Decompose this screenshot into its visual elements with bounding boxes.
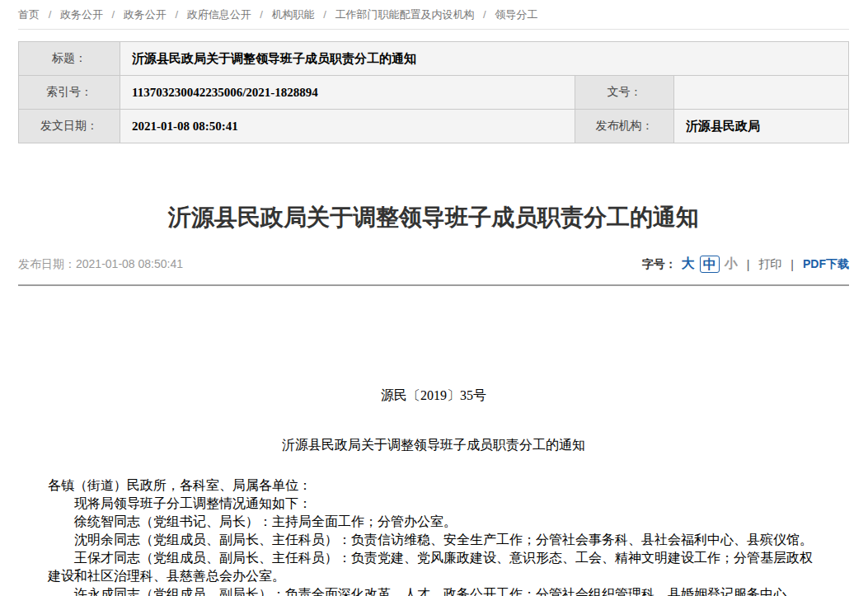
- breadcrumb-separator: /: [49, 8, 52, 21]
- meta-index-label: 索引号：: [19, 76, 120, 110]
- breadcrumb-separator: /: [483, 8, 486, 21]
- breadcrumb: 首页 / 政务公开 / 政务公开 / 政府信息公开 / 机构职能 / 工作部门职…: [18, 0, 849, 30]
- font-size-label: 字号：: [642, 257, 677, 272]
- article-info-bar: 发布日期：2021-01-08 08:50:41 字号： 大 中 小 | 打印 …: [18, 256, 849, 286]
- meta-org-value: 沂源县民政局: [673, 110, 848, 143]
- meta-title-value: 沂源县民政局关于调整领导班子成员职责分工的通知: [120, 42, 849, 76]
- breadcrumb-separator: /: [323, 8, 326, 21]
- meta-docno-label: 文号：: [575, 76, 673, 110]
- tools-divider: |: [791, 258, 794, 271]
- publish-date-value: 2021-01-08 08:50:41: [76, 257, 183, 270]
- breadcrumb-item-dept-config[interactable]: 工作部门职能配置及内设机构: [335, 8, 474, 21]
- pdf-download-button[interactable]: PDF下载: [803, 257, 849, 272]
- page-title: 沂源县民政局关于调整领导班子成员职责分工的通知: [18, 201, 849, 234]
- meta-docno-value: [673, 76, 848, 110]
- meta-title-label: 标题：: [19, 42, 120, 76]
- document-meta-table: 标题： 沂源县民政局关于调整领导班子成员职责分工的通知 索引号： 1137032…: [18, 41, 849, 143]
- publish-date: 发布日期：2021-01-08 08:50:41: [18, 257, 183, 272]
- breadcrumb-item-zhengwu-2[interactable]: 政务公开: [124, 8, 167, 21]
- meta-row-index: 索引号： 113703230042235006/2021-1828894 文号：: [19, 76, 849, 110]
- print-button[interactable]: 打印: [758, 257, 781, 272]
- breadcrumb-separator: /: [175, 8, 178, 21]
- tools-divider: |: [747, 258, 750, 271]
- breadcrumb-item-gov-info[interactable]: 政府信息公开: [187, 8, 251, 21]
- document-paragraph: 沈明余同志（党组成员、副局长、主任科员）：负责信访维稳、安全生产工作；分管社会事…: [48, 531, 819, 549]
- document-number: 源民〔2019〕35号: [48, 387, 819, 405]
- document-paragraph: 许永成同志（党组成员、副局长）：负责全面深化改革、人才、政务公开工作；分管社会组…: [48, 585, 819, 596]
- document-paragraph: 各镇（街道）民政所，各科室、局属各单位：: [48, 476, 819, 495]
- document-inner-title: 沂源县民政局关于调整领导班子成员职责分工的通知: [48, 436, 819, 454]
- document-body: 各镇（街道）民政所，各科室、局属各单位： 现将局领导班子分工调整情况通知如下： …: [48, 476, 819, 596]
- breadcrumb-item-functions[interactable]: 机构职能: [272, 8, 315, 21]
- article-tools: 字号： 大 中 小 | 打印 | PDF下载: [642, 256, 849, 273]
- document-paragraph: 王保才同志（党组成员、副局长、主任科员）：负责党建、党风廉政建设、意识形态、工会…: [48, 549, 819, 585]
- breadcrumb-item-home[interactable]: 首页: [18, 8, 40, 21]
- page-container: 首页 / 政务公开 / 政务公开 / 政府信息公开 / 机构职能 / 工作部门职…: [0, 0, 868, 596]
- document-content: 源民〔2019〕35号 沂源县民政局关于调整领导班子成员职责分工的通知 各镇（街…: [18, 286, 849, 596]
- meta-index-value: 113703230042235006/2021-1828894: [120, 76, 575, 110]
- publish-date-label: 发布日期：: [18, 257, 76, 270]
- document-paragraph: 徐统智同志（党组书记、局长）：主持局全面工作；分管办公室。: [48, 513, 819, 531]
- meta-row-date: 发文日期： 2021-01-08 08:50:41 发布机构： 沂源县民政局: [19, 110, 849, 143]
- font-size-medium-button[interactable]: 中: [700, 256, 720, 273]
- font-size-small-button[interactable]: 小: [725, 256, 738, 273]
- font-size-large-button[interactable]: 大: [682, 256, 695, 273]
- breadcrumb-separator: /: [112, 8, 115, 21]
- meta-row-title: 标题： 沂源县民政局关于调整领导班子成员职责分工的通知: [19, 42, 849, 76]
- breadcrumb-separator: /: [260, 8, 263, 21]
- meta-org-label: 发布机构：: [575, 110, 673, 143]
- breadcrumb-item-zhengwu-1[interactable]: 政务公开: [60, 8, 103, 21]
- breadcrumb-item-leadership[interactable]: 领导分工: [495, 8, 537, 21]
- document-paragraph: 现将局领导班子分工调整情况通知如下：: [48, 495, 819, 513]
- meta-date-label: 发文日期：: [19, 110, 120, 143]
- meta-date-value: 2021-01-08 08:50:41: [120, 110, 575, 143]
